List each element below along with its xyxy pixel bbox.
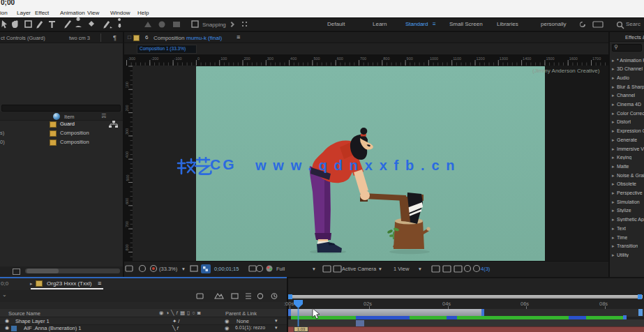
svg-text:1200: 1200 [477, 56, 485, 61]
svg-text:500: 500 [313, 56, 320, 61]
svg-text:0: 0 [197, 56, 200, 61]
svg-text:1100: 1100 [453, 56, 461, 61]
svg-text:700: 700 [126, 221, 130, 227]
svg-text:1300: 1300 [500, 56, 508, 61]
svg-text:200: 200 [126, 105, 130, 111]
svg-text:800: 800 [126, 244, 130, 250]
svg-text:400: 400 [290, 56, 297, 61]
svg-text:1700: 1700 [592, 56, 601, 61]
svg-text:-300: -300 [128, 56, 135, 61]
svg-text:600: 600 [126, 198, 130, 204]
svg-text:-100: -100 [174, 56, 182, 61]
svg-text:1000: 1000 [430, 56, 438, 61]
svg-text:800: 800 [383, 56, 389, 61]
svg-text:400: 400 [126, 151, 130, 158]
svg-text:700: 700 [360, 56, 366, 61]
svg-text:500: 500 [126, 174, 130, 181]
svg-text:1500: 1500 [546, 56, 554, 61]
svg-text:900: 900 [407, 56, 413, 61]
svg-text:300: 300 [267, 56, 274, 61]
svg-text:Snapping: Snapping [202, 22, 226, 28]
svg-text:100: 100 [126, 82, 130, 88]
svg-text:-200: -200 [151, 56, 158, 61]
svg-text:1600: 1600 [569, 56, 578, 61]
svg-text:100: 100 [220, 56, 227, 61]
svg-text:1400: 1400 [523, 56, 531, 61]
svg-text:600: 600 [337, 56, 343, 61]
svg-text:300: 300 [126, 128, 130, 135]
svg-text:200: 200 [244, 56, 250, 61]
